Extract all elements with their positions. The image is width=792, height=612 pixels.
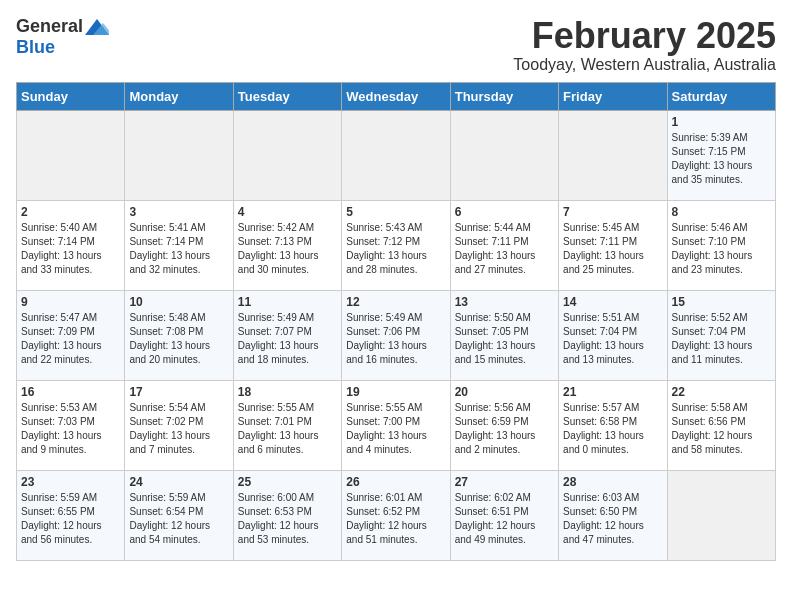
calendar-week-5: 23Sunrise: 5:59 AM Sunset: 6:55 PM Dayli… [17, 470, 776, 560]
calendar-cell [559, 110, 667, 200]
day-number: 20 [455, 385, 554, 399]
logo: General Blue [16, 16, 109, 58]
calendar-cell: 26Sunrise: 6:01 AM Sunset: 6:52 PM Dayli… [342, 470, 450, 560]
calendar-cell [667, 470, 775, 560]
day-number: 1 [672, 115, 771, 129]
calendar-cell: 11Sunrise: 5:49 AM Sunset: 7:07 PM Dayli… [233, 290, 341, 380]
days-of-week-header: SundayMondayTuesdayWednesdayThursdayFrid… [17, 82, 776, 110]
day-number: 13 [455, 295, 554, 309]
calendar-cell: 5Sunrise: 5:43 AM Sunset: 7:12 PM Daylig… [342, 200, 450, 290]
calendar-table: SundayMondayTuesdayWednesdayThursdayFrid… [16, 82, 776, 561]
calendar-cell [17, 110, 125, 200]
calendar-cell: 14Sunrise: 5:51 AM Sunset: 7:04 PM Dayli… [559, 290, 667, 380]
day-info: Sunrise: 5:39 AM Sunset: 7:15 PM Dayligh… [672, 131, 771, 187]
day-number: 6 [455, 205, 554, 219]
logo-icon [85, 19, 109, 35]
calendar-cell: 1Sunrise: 5:39 AM Sunset: 7:15 PM Daylig… [667, 110, 775, 200]
day-number: 23 [21, 475, 120, 489]
day-number: 16 [21, 385, 120, 399]
day-of-week-tuesday: Tuesday [233, 82, 341, 110]
day-of-week-thursday: Thursday [450, 82, 558, 110]
day-of-week-sunday: Sunday [17, 82, 125, 110]
day-number: 7 [563, 205, 662, 219]
calendar-cell: 24Sunrise: 5:59 AM Sunset: 6:54 PM Dayli… [125, 470, 233, 560]
day-info: Sunrise: 5:56 AM Sunset: 6:59 PM Dayligh… [455, 401, 554, 457]
calendar-cell: 3Sunrise: 5:41 AM Sunset: 7:14 PM Daylig… [125, 200, 233, 290]
day-number: 18 [238, 385, 337, 399]
day-number: 19 [346, 385, 445, 399]
calendar-cell: 7Sunrise: 5:45 AM Sunset: 7:11 PM Daylig… [559, 200, 667, 290]
calendar-cell: 20Sunrise: 5:56 AM Sunset: 6:59 PM Dayli… [450, 380, 558, 470]
title-area: February 2025 Toodyay, Western Australia… [513, 16, 776, 74]
day-info: Sunrise: 5:58 AM Sunset: 6:56 PM Dayligh… [672, 401, 771, 457]
day-number: 8 [672, 205, 771, 219]
day-info: Sunrise: 5:54 AM Sunset: 7:02 PM Dayligh… [129, 401, 228, 457]
month-title: February 2025 [513, 16, 776, 56]
calendar-cell: 18Sunrise: 5:55 AM Sunset: 7:01 PM Dayli… [233, 380, 341, 470]
calendar-week-2: 2Sunrise: 5:40 AM Sunset: 7:14 PM Daylig… [17, 200, 776, 290]
day-number: 24 [129, 475, 228, 489]
calendar-week-3: 9Sunrise: 5:47 AM Sunset: 7:09 PM Daylig… [17, 290, 776, 380]
day-info: Sunrise: 6:00 AM Sunset: 6:53 PM Dayligh… [238, 491, 337, 547]
location-title: Toodyay, Western Australia, Australia [513, 56, 776, 74]
day-info: Sunrise: 5:50 AM Sunset: 7:05 PM Dayligh… [455, 311, 554, 367]
day-info: Sunrise: 5:40 AM Sunset: 7:14 PM Dayligh… [21, 221, 120, 277]
calendar-cell: 19Sunrise: 5:55 AM Sunset: 7:00 PM Dayli… [342, 380, 450, 470]
calendar-cell: 22Sunrise: 5:58 AM Sunset: 6:56 PM Dayli… [667, 380, 775, 470]
calendar-cell: 4Sunrise: 5:42 AM Sunset: 7:13 PM Daylig… [233, 200, 341, 290]
calendar-week-1: 1Sunrise: 5:39 AM Sunset: 7:15 PM Daylig… [17, 110, 776, 200]
day-info: Sunrise: 5:46 AM Sunset: 7:10 PM Dayligh… [672, 221, 771, 277]
day-number: 22 [672, 385, 771, 399]
calendar-cell: 13Sunrise: 5:50 AM Sunset: 7:05 PM Dayli… [450, 290, 558, 380]
day-info: Sunrise: 6:01 AM Sunset: 6:52 PM Dayligh… [346, 491, 445, 547]
calendar-cell: 6Sunrise: 5:44 AM Sunset: 7:11 PM Daylig… [450, 200, 558, 290]
day-number: 28 [563, 475, 662, 489]
day-number: 10 [129, 295, 228, 309]
logo-blue-text: Blue [16, 37, 55, 58]
calendar-week-4: 16Sunrise: 5:53 AM Sunset: 7:03 PM Dayli… [17, 380, 776, 470]
day-info: Sunrise: 5:43 AM Sunset: 7:12 PM Dayligh… [346, 221, 445, 277]
calendar-cell: 9Sunrise: 5:47 AM Sunset: 7:09 PM Daylig… [17, 290, 125, 380]
day-number: 9 [21, 295, 120, 309]
logo-general-text: General [16, 16, 83, 37]
day-number: 3 [129, 205, 228, 219]
day-info: Sunrise: 5:55 AM Sunset: 7:01 PM Dayligh… [238, 401, 337, 457]
day-number: 5 [346, 205, 445, 219]
day-info: Sunrise: 5:55 AM Sunset: 7:00 PM Dayligh… [346, 401, 445, 457]
calendar-cell: 12Sunrise: 5:49 AM Sunset: 7:06 PM Dayli… [342, 290, 450, 380]
day-info: Sunrise: 5:52 AM Sunset: 7:04 PM Dayligh… [672, 311, 771, 367]
day-info: Sunrise: 5:51 AM Sunset: 7:04 PM Dayligh… [563, 311, 662, 367]
day-info: Sunrise: 5:57 AM Sunset: 6:58 PM Dayligh… [563, 401, 662, 457]
calendar-cell: 17Sunrise: 5:54 AM Sunset: 7:02 PM Dayli… [125, 380, 233, 470]
calendar-cell: 16Sunrise: 5:53 AM Sunset: 7:03 PM Dayli… [17, 380, 125, 470]
calendar-cell [342, 110, 450, 200]
page-header: General Blue February 2025 Toodyay, West… [16, 16, 776, 74]
day-number: 11 [238, 295, 337, 309]
calendar-cell [450, 110, 558, 200]
calendar-body: 1Sunrise: 5:39 AM Sunset: 7:15 PM Daylig… [17, 110, 776, 560]
day-info: Sunrise: 5:49 AM Sunset: 7:06 PM Dayligh… [346, 311, 445, 367]
calendar-cell: 10Sunrise: 5:48 AM Sunset: 7:08 PM Dayli… [125, 290, 233, 380]
day-info: Sunrise: 5:44 AM Sunset: 7:11 PM Dayligh… [455, 221, 554, 277]
day-number: 27 [455, 475, 554, 489]
calendar-cell: 28Sunrise: 6:03 AM Sunset: 6:50 PM Dayli… [559, 470, 667, 560]
calendar-cell: 21Sunrise: 5:57 AM Sunset: 6:58 PM Dayli… [559, 380, 667, 470]
day-number: 15 [672, 295, 771, 309]
calendar-cell: 23Sunrise: 5:59 AM Sunset: 6:55 PM Dayli… [17, 470, 125, 560]
day-number: 26 [346, 475, 445, 489]
calendar-cell: 27Sunrise: 6:02 AM Sunset: 6:51 PM Dayli… [450, 470, 558, 560]
calendar-cell [233, 110, 341, 200]
day-info: Sunrise: 5:47 AM Sunset: 7:09 PM Dayligh… [21, 311, 120, 367]
day-number: 2 [21, 205, 120, 219]
calendar-cell: 15Sunrise: 5:52 AM Sunset: 7:04 PM Dayli… [667, 290, 775, 380]
day-number: 17 [129, 385, 228, 399]
day-number: 12 [346, 295, 445, 309]
day-of-week-monday: Monday [125, 82, 233, 110]
calendar-cell: 2Sunrise: 5:40 AM Sunset: 7:14 PM Daylig… [17, 200, 125, 290]
day-number: 4 [238, 205, 337, 219]
day-info: Sunrise: 6:03 AM Sunset: 6:50 PM Dayligh… [563, 491, 662, 547]
day-info: Sunrise: 5:49 AM Sunset: 7:07 PM Dayligh… [238, 311, 337, 367]
day-of-week-friday: Friday [559, 82, 667, 110]
day-info: Sunrise: 5:45 AM Sunset: 7:11 PM Dayligh… [563, 221, 662, 277]
day-info: Sunrise: 6:02 AM Sunset: 6:51 PM Dayligh… [455, 491, 554, 547]
